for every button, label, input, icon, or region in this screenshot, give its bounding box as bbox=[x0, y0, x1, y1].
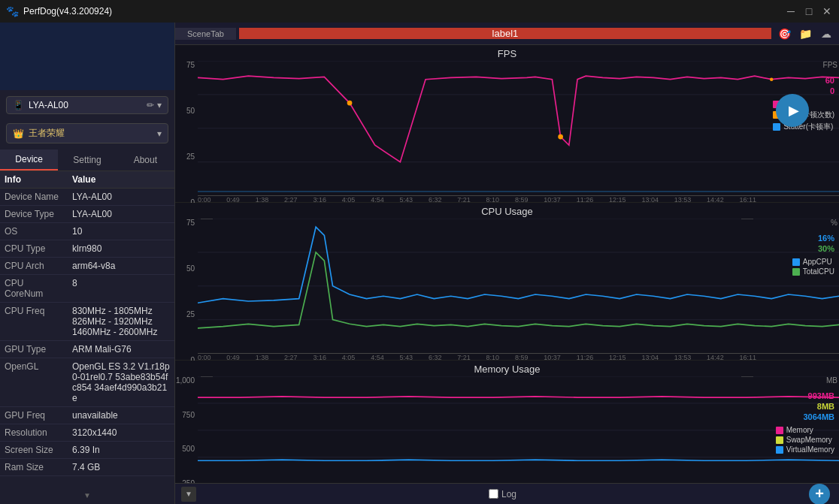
key-opengl: OpenGL bbox=[0, 358, 68, 406]
fps-chart-content: FPS bbox=[198, 61, 839, 220]
game-dropdown-icon[interactable]: ▾ bbox=[157, 128, 162, 139]
charts-area: FPS 75 50 25 0 FPS bbox=[175, 45, 839, 483]
row-os: OS 10 bbox=[0, 223, 174, 240]
folder-icon[interactable]: 📁 bbox=[797, 26, 813, 42]
fps-ylabel: 75 50 25 0 bbox=[175, 61, 198, 220]
key-cpu-freq: CPU Freq bbox=[0, 303, 68, 340]
maximize-button[interactable]: □ bbox=[803, 5, 815, 17]
val-gpu-freq: unavailable bbox=[68, 407, 174, 424]
memory-chart: Memory Usage 1,000 750 500 250 0 MB bbox=[175, 361, 839, 483]
appcpu-legend-label: AppCPU bbox=[803, 258, 832, 266]
totalcpu-color bbox=[792, 268, 800, 276]
close-button[interactable]: ✕ bbox=[821, 5, 833, 17]
scene-tab-bar: SceneTab label1 🎯 📁 ☁ bbox=[175, 23, 839, 45]
memory-chart-body: 1,000 750 500 250 0 MB bbox=[175, 376, 839, 483]
memory-legend-label: Memory bbox=[786, 426, 813, 434]
memory-color bbox=[776, 427, 783, 434]
memory-ylabel-label: MB bbox=[826, 376, 837, 385]
row-opengl: OpenGL OpenGL ES 3.2 V1.r18p0-01rel0.7 5… bbox=[0, 358, 174, 407]
cpu-chart-body: 75 50 25 0 % bbox=[175, 219, 839, 378]
key-os: OS bbox=[0, 223, 68, 240]
key-ram-size: Ram Size bbox=[0, 459, 68, 475]
appcpu-color bbox=[792, 258, 800, 266]
tab-device[interactable]: Device bbox=[0, 149, 58, 171]
log-label: Log bbox=[501, 489, 516, 499]
fps-zero: 0 bbox=[773, 86, 834, 95]
device-selector-left: 📱 LYA-AL00 bbox=[13, 100, 68, 110]
cpu-chart: CPU Usage 75 50 25 0 % bbox=[175, 203, 839, 361]
key-cpu-corenum: CPU CoreNum bbox=[0, 275, 68, 302]
val-device-type: LYA-AL00 bbox=[68, 206, 174, 222]
device-edit-icon[interactable]: ✏ bbox=[147, 100, 154, 110]
row-ram-size: Ram Size 7.4 GB bbox=[0, 459, 174, 476]
fps-chart-title: FPS bbox=[175, 45, 839, 61]
app-title-area: 🐾 PerfDog(v4.3.200924) bbox=[6, 5, 112, 17]
cpu-ylabel-label: % bbox=[831, 219, 837, 227]
fps-chart-body: 75 50 25 0 FPS bbox=[175, 61, 839, 220]
cpu-chart-title: CPU Usage bbox=[175, 203, 839, 219]
tab-setting[interactable]: Setting bbox=[58, 149, 116, 171]
fps-value: 60 bbox=[773, 76, 834, 85]
memory-legend-mem: Memory bbox=[776, 426, 834, 434]
bottom-bar: ▼ Log + bbox=[175, 483, 839, 504]
cpu-ylabel: 75 50 25 0 bbox=[175, 219, 198, 378]
left-panel: 📱 LYA-AL00 ✏ ▾ 👑 王者荣耀 ▾ Device Setting A… bbox=[0, 23, 175, 504]
val-cpu-type: klrn980 bbox=[68, 240, 174, 257]
add-icon: + bbox=[815, 485, 824, 502]
fps-svg bbox=[198, 61, 839, 196]
memory-svg bbox=[198, 376, 839, 483]
play-button[interactable] bbox=[776, 94, 809, 127]
row-cpu-type: CPU Type klrn980 bbox=[0, 240, 174, 258]
device-selector[interactable]: 📱 LYA-AL00 ✏ ▾ bbox=[6, 96, 168, 114]
scroll-down-btn[interactable]: ▼ bbox=[83, 491, 91, 499]
minimize-button[interactable]: ─ bbox=[785, 5, 797, 17]
memory-value: 993MB bbox=[776, 391, 834, 400]
log-checkbox[interactable] bbox=[489, 489, 498, 499]
val-screen-size: 6.39 In bbox=[68, 442, 174, 458]
device-tabs: Device Setting About bbox=[0, 149, 174, 171]
memory-ylabel: 1,000 750 500 250 0 bbox=[175, 376, 198, 483]
row-screen-size: Screen Size 6.39 In bbox=[0, 442, 174, 459]
row-cpu-corenum: CPU CoreNum 8 bbox=[0, 275, 174, 303]
app-title: PerfDog(v4.3.200924) bbox=[23, 6, 112, 17]
memory-chart-content: MB bbox=[198, 376, 839, 483]
key-cpu-arch: CPU Arch bbox=[0, 258, 68, 274]
main-layout: 📱 LYA-AL00 ✏ ▾ 👑 王者荣耀 ▾ Device Setting A… bbox=[0, 23, 839, 504]
virtual-legend-label: VirtualMemory bbox=[786, 445, 834, 454]
val-device-name: LYA-AL00 bbox=[68, 189, 174, 205]
cpu-total-value: 30% bbox=[792, 244, 834, 253]
target-icon[interactable]: 🎯 bbox=[776, 26, 792, 42]
window-controls: ─ □ ✕ bbox=[785, 5, 833, 17]
row-device-name: Device Name LYA-AL00 bbox=[0, 189, 174, 206]
cpu-legend-total: TotalCPU bbox=[792, 267, 834, 276]
game-name: 王者荣耀 bbox=[29, 127, 65, 140]
cpu-chart-content: % bbox=[198, 219, 839, 378]
cpu-app-value: 16% bbox=[792, 234, 834, 243]
info-table-header: Info Value bbox=[0, 171, 174, 189]
device-dropdown-icon[interactable]: ▾ bbox=[157, 100, 162, 110]
stutter-color bbox=[773, 123, 780, 131]
scroll-down-btn[interactable]: ▼ bbox=[181, 487, 196, 502]
memory-legend-swap: SwapMemory bbox=[776, 436, 834, 444]
add-button[interactable]: + bbox=[809, 484, 830, 505]
game-selector-left: 👑 王者荣耀 bbox=[13, 127, 65, 140]
key-device-name: Device Name bbox=[0, 189, 68, 205]
virtual-value: 3064MB bbox=[776, 412, 834, 421]
tab-about[interactable]: About bbox=[117, 149, 174, 171]
row-gpu-type: GPU Type ARM Mali-G76 bbox=[0, 341, 174, 358]
col-value: Value bbox=[68, 171, 100, 188]
swap-value: 8MB bbox=[776, 402, 834, 411]
key-device-type: Device Type bbox=[0, 206, 68, 222]
virtual-color bbox=[776, 446, 783, 454]
fps-chart: FPS 75 50 25 0 FPS bbox=[175, 45, 839, 203]
log-checkbox-area[interactable]: Log bbox=[489, 489, 516, 499]
game-selector[interactable]: 👑 王者荣耀 ▾ bbox=[6, 123, 168, 143]
info-scroll-down[interactable]: ▼ bbox=[0, 486, 174, 504]
cpu-svg bbox=[198, 219, 839, 354]
key-gpu-type: GPU Type bbox=[0, 341, 68, 358]
row-gpu-freq: GPU Freq unavailable bbox=[0, 407, 174, 424]
scene-tab-label[interactable]: SceneTab bbox=[175, 28, 236, 40]
cloud-icon[interactable]: ☁ bbox=[818, 26, 834, 42]
fps-ylabel-label: FPS bbox=[823, 61, 837, 69]
svg-point-6 bbox=[558, 134, 563, 140]
